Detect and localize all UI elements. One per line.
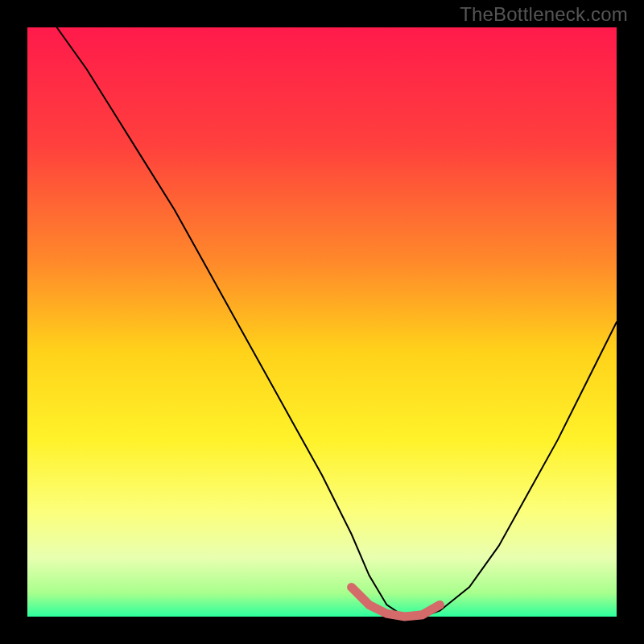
chart-svg <box>0 0 644 644</box>
watermark-text: TheBottleneck.com <box>460 3 628 26</box>
chart-frame: TheBottleneck.com <box>0 0 644 644</box>
